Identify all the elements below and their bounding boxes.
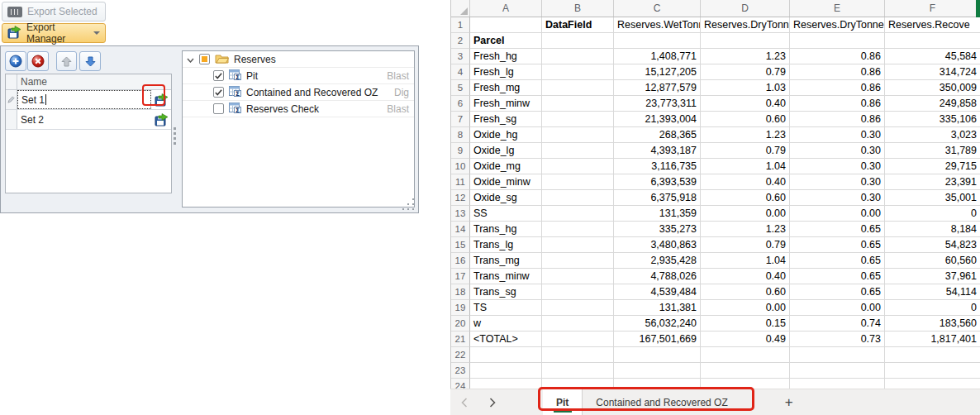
export-manager-button[interactable]: Export Manager: [2, 23, 106, 43]
row-header-22[interactable]: 22: [451, 347, 470, 363]
cell-E9[interactable]: 0.30: [790, 143, 885, 159]
checkbox-checked[interactable]: [213, 87, 224, 98]
cell-F4[interactable]: 314,724: [885, 64, 980, 80]
cell-B24[interactable]: [542, 379, 614, 389]
row-header-19[interactable]: 19: [451, 300, 470, 316]
row-header-6[interactable]: 6: [451, 96, 470, 112]
cell-C6[interactable]: 23,773,311: [614, 96, 701, 112]
tree-node-reserves[interactable]: Reserves: [183, 51, 414, 68]
tree-item[interactable]: ΣContained and Recovered OZDig: [183, 84, 414, 101]
cell-C5[interactable]: 12,877,579: [614, 80, 701, 96]
cell-D4[interactable]: 0.79: [701, 64, 790, 80]
cell-E20[interactable]: 0.74: [790, 316, 885, 332]
cell-A24[interactable]: [470, 379, 542, 389]
cell-F13[interactable]: 0: [885, 206, 980, 222]
cell-B3[interactable]: [542, 49, 614, 64]
cell-F8[interactable]: 3,023: [885, 127, 980, 143]
cell-D15[interactable]: 0.79: [701, 237, 790, 253]
cell-E1[interactable]: Reserves.DryTonne: [790, 17, 885, 33]
cell-A3[interactable]: Fresh_hg: [470, 49, 542, 64]
cell-C1[interactable]: Reserves.WetTonn: [614, 17, 701, 33]
cell-D2[interactable]: [701, 33, 790, 49]
cell-E22[interactable]: [790, 347, 885, 363]
tree-item[interactable]: ΣPitBlast: [183, 68, 414, 84]
cell-B18[interactable]: [542, 284, 614, 300]
checkbox-checked[interactable]: [213, 70, 224, 81]
cell-D20[interactable]: 0.15: [701, 316, 790, 332]
cell-C21[interactable]: 167,501,669: [614, 332, 701, 347]
column-header-B[interactable]: B: [542, 0, 614, 17]
cell-A15[interactable]: Trans_lg: [470, 237, 542, 253]
cell-F1[interactable]: Reserves.Recove: [885, 17, 980, 33]
cell-A10[interactable]: Oxide_mg: [470, 159, 542, 174]
cell-F18[interactable]: 54,114: [885, 284, 980, 300]
cell-B22[interactable]: [542, 347, 614, 363]
cell-D16[interactable]: 1.04: [701, 253, 790, 269]
cell-C16[interactable]: 2,935,428: [614, 253, 701, 269]
cell-B14[interactable]: [542, 222, 614, 237]
cell-E21[interactable]: 0.73: [790, 332, 885, 347]
row-header-4[interactable]: 4: [451, 64, 470, 80]
cell-B11[interactable]: [542, 174, 614, 190]
tabs-scroll-left-button[interactable]: [450, 389, 478, 415]
cell-C2[interactable]: [614, 33, 701, 49]
cell-E3[interactable]: 0.86: [790, 49, 885, 64]
cell-A21[interactable]: <TOTAL>: [470, 332, 542, 347]
cell-A2[interactable]: Parcel: [470, 33, 542, 49]
cell-C8[interactable]: 268,365: [614, 127, 701, 143]
cell-D3[interactable]: 1.23: [701, 49, 790, 64]
cell-B15[interactable]: [542, 237, 614, 253]
cell-B8[interactable]: [542, 127, 614, 143]
cell-C14[interactable]: 335,273: [614, 222, 701, 237]
row-header-11[interactable]: 11: [451, 174, 470, 190]
pane-splitter[interactable]: [174, 125, 176, 147]
cell-C20[interactable]: 56,032,240: [614, 316, 701, 332]
cell-E14[interactable]: 0.65: [790, 222, 885, 237]
cell-A4[interactable]: Fresh_lg: [470, 64, 542, 80]
cell-A12[interactable]: Oxide_sg: [470, 190, 542, 206]
move-down-button[interactable]: [79, 51, 101, 71]
cell-F19[interactable]: 0: [885, 300, 980, 316]
add-set-button[interactable]: [5, 51, 26, 71]
cell-A8[interactable]: Oxide_hg: [470, 127, 542, 143]
cell-C11[interactable]: 6,393,539: [614, 174, 701, 190]
cell-A17[interactable]: Trans_minw: [470, 269, 542, 284]
cell-E24[interactable]: [790, 379, 885, 389]
set-row[interactable]: Set 2: [6, 110, 171, 130]
cell-E17[interactable]: 0.65: [790, 269, 885, 284]
new-sheet-button[interactable]: +: [764, 389, 814, 415]
cell-B20[interactable]: [542, 316, 614, 332]
row-header-24[interactable]: 24: [451, 379, 470, 389]
row-export-button[interactable]: [151, 110, 171, 129]
cell-E2[interactable]: [790, 33, 885, 49]
cell-A6[interactable]: Fresh_minw: [470, 96, 542, 112]
cell-D8[interactable]: 1.23: [701, 127, 790, 143]
cell-A1[interactable]: [470, 17, 542, 33]
row-header-17[interactable]: 17: [451, 269, 470, 284]
cell-D11[interactable]: 0.40: [701, 174, 790, 190]
cell-A9[interactable]: Oxide_lg: [470, 143, 542, 159]
cell-D9[interactable]: 0.79: [701, 143, 790, 159]
cell-B21[interactable]: [542, 332, 614, 347]
cell-C18[interactable]: 4,539,484: [614, 284, 701, 300]
cell-E13[interactable]: 0.00: [790, 206, 885, 222]
cell-A16[interactable]: Trans_mg: [470, 253, 542, 269]
row-header-10[interactable]: 10: [451, 159, 470, 174]
cell-A13[interactable]: SS: [470, 206, 542, 222]
cell-E11[interactable]: 0.30: [790, 174, 885, 190]
cell-B2[interactable]: [542, 33, 614, 49]
row-header-5[interactable]: 5: [451, 80, 470, 96]
chevron-expanded-icon[interactable]: [187, 54, 194, 65]
cell-E23[interactable]: [790, 363, 885, 379]
cell-F11[interactable]: 23,391: [885, 174, 980, 190]
cell-E12[interactable]: 0.30: [790, 190, 885, 206]
cell-B23[interactable]: [542, 363, 614, 379]
cell-D23[interactable]: [701, 363, 790, 379]
cell-C15[interactable]: 3,480,863: [614, 237, 701, 253]
set-row[interactable]: Set 1: [6, 90, 171, 110]
cell-B12[interactable]: [542, 190, 614, 206]
cell-C7[interactable]: 21,393,004: [614, 112, 701, 127]
cell-C12[interactable]: 6,375,918: [614, 190, 701, 206]
column-header-D[interactable]: D: [701, 0, 790, 17]
cell-B9[interactable]: [542, 143, 614, 159]
